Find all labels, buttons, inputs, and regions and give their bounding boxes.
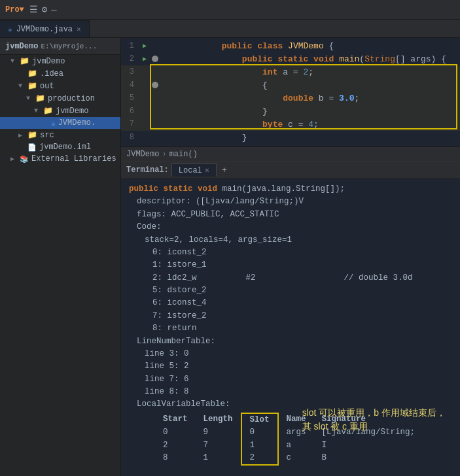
breadcrumb-part-1: JVMDemo [126, 150, 159, 159]
cell-length: 7 [196, 439, 241, 452]
tab-jvmdemo[interactable]: ☕ JVMDemo.java ✕ [0, 20, 90, 37]
terminal-line-5: stack=2, locals=4, args_size=1 [145, 234, 452, 246]
terminal-section: Terminal: Local ✕ + public static void m… [121, 161, 460, 476]
terminal-line-10: 6: iconst_4 [152, 297, 452, 309]
cell-name: a [278, 439, 314, 452]
terminal-line-16: line 7: 6 [145, 373, 452, 386]
slot-row-2: 8 1 2 c B [155, 452, 423, 465]
line-num-6: 6 [121, 107, 139, 116]
sidebar: jvmDemo E:\myProje... ▼ 📁 jvmDemo 📁 .ide… [0, 38, 121, 476]
col-slot: Slot [241, 413, 278, 426]
terminal-line-15: line 5: 2 [145, 360, 452, 373]
lib-icon: 📚 [20, 155, 29, 163]
line-content-8: } [160, 123, 460, 147]
cell-slot: 1 [241, 439, 278, 452]
code-editor[interactable]: 1 ▶ public class JVMDemo { 2 ▶ publ [121, 38, 460, 146]
tree-item-out[interactable]: ▼ 📁 out [0, 80, 120, 92]
cell-name: c [278, 452, 314, 465]
terminal-tab-bar: Terminal: Local ✕ + [121, 161, 460, 179]
iml-icon: 📄 [27, 143, 37, 152]
breakpoint-4 [150, 82, 160, 88]
code-lines: 1 ▶ public class JVMDemo { 2 ▶ publ [121, 38, 460, 145]
terminal-line-1: public static void main(java.lang.String… [129, 183, 452, 196]
cell-slot: 0 [241, 426, 278, 439]
tab-close-button[interactable]: ✕ [77, 25, 81, 33]
terminal-line-7: 1: istore_1 [152, 259, 452, 271]
cell-length: 1 [196, 452, 241, 465]
tree-label: jvmDemo [32, 57, 65, 66]
terminal-line-3: flags: ACC_PUBLIC, ACC_STATIC [137, 209, 452, 221]
tree-label: jvmDemo.iml [39, 143, 91, 152]
cell-start: 8 [155, 452, 196, 465]
tree-item-idea[interactable]: 📁 .idea [0, 67, 120, 80]
terminal-add-button[interactable]: + [219, 165, 230, 175]
terminal-tab-close[interactable]: ✕ [205, 165, 209, 175]
terminal-content[interactable]: public static void main(java.lang.String… [121, 179, 460, 476]
terminal-wrapper: public static void main(java.lang.String… [121, 179, 460, 476]
app-logo: Pro▼ [5, 5, 24, 14]
terminal-line-11: 7: istore_2 [152, 310, 452, 322]
col-signature: Signature [314, 413, 423, 426]
slot-row-1: 2 7 1 a I [155, 439, 423, 452]
menu-icon[interactable]: ☰ [29, 4, 38, 15]
minimize-icon[interactable]: — [51, 5, 56, 15]
breadcrumb: JVMDemo › main() [121, 146, 460, 161]
tree-item-jvmdemo-folder[interactable]: ▼ 📁 jvmDemo [0, 105, 120, 117]
slot-row-0: 0 9 0 args [Ljava/lang/String; [155, 426, 423, 439]
run-arrow-icon: ▶ [143, 55, 147, 63]
sidebar-header: jvmDemo E:\myProje... [0, 38, 120, 55]
arrow-icon: ▼ [10, 58, 17, 65]
project-label: jvmDemo [5, 42, 38, 51]
terminal-line-12: 8: return [152, 322, 452, 335]
terminal-line-14: line 3: 0 [145, 348, 452, 360]
line-arrow-2: ▶ [139, 55, 150, 63]
tree-item-jvmdemo-class[interactable]: ☕ JVMDemo. [0, 117, 120, 129]
tree-item-external-libs[interactable]: ▶ 📚 External Libraries [0, 153, 120, 165]
col-start: Start [155, 413, 196, 426]
settings-icon[interactable]: ⚙ [42, 4, 47, 15]
col-name: Name [278, 413, 314, 426]
tree-item-production[interactable]: ▼ 📁 production [0, 92, 120, 105]
arrow-icon: ▼ [18, 82, 25, 90]
breakpoint-2 [150, 56, 160, 62]
logo-text: Pro▼ [5, 5, 24, 14]
terminal-line-13: LineNumberTable: [137, 335, 452, 348]
arrow-icon: ▶ [10, 155, 17, 163]
line-num-5: 5 [121, 94, 139, 103]
java-icon: ☕ [51, 119, 56, 128]
terminal-line-4: Code: [137, 221, 452, 233]
tree-label: out [40, 82, 54, 91]
tab-bar: ☕ JVMDemo.java ✕ [0, 20, 460, 38]
line-num-3: 3 [121, 67, 139, 76]
line-num-8: 8 [121, 133, 139, 142]
toolbar-icons: ☰ ⚙ — [29, 4, 57, 15]
terminal-tab-local[interactable]: Local ✕ [171, 163, 217, 177]
tree-item-src[interactable]: ▶ 📁 src [0, 129, 120, 141]
breadcrumb-part-2: main() [169, 150, 198, 159]
tab-label: JVMDemo.java [16, 25, 73, 34]
slot-table: Start Length Slot Name Signature 0 [155, 413, 423, 466]
java-file-icon: ☕ [8, 25, 12, 33]
line-arrow-1: ▶ [139, 42, 150, 50]
run-arrow-icon: ▶ [143, 42, 147, 50]
cell-name: args [278, 426, 314, 439]
cell-length: 9 [196, 426, 241, 439]
cell-start: 0 [155, 426, 196, 439]
folder-icon: 📁 [27, 69, 37, 78]
tree-item-iml[interactable]: 📄 jvmDemo.iml [0, 141, 120, 153]
line-num-2: 2 [121, 54, 139, 63]
terminal-tab-label: Local [179, 166, 202, 175]
folder-icon: 📁 [27, 130, 37, 140]
tree-label: jvmDemo [56, 107, 88, 116]
main-split: jvmDemo E:\myProje... ▼ 📁 jvmDemo 📁 .ide… [0, 38, 460, 476]
terminal-line-6: 0: iconst_2 [152, 246, 452, 259]
tree-item-jvmdemo-root[interactable]: ▼ 📁 jvmDemo [0, 55, 120, 67]
terminal-line-9: 5: dstore_2 [152, 284, 452, 297]
terminal-line-18: LocalVariableTable: [137, 398, 452, 411]
line-num-7: 7 [121, 120, 139, 129]
tree-label: External Libraries [31, 154, 116, 163]
arrow-icon: ▼ [34, 107, 41, 114]
terminal-line-8: 2: ldc2_w #2 // double 3.0d [152, 272, 452, 284]
line-num-4: 4 [121, 80, 139, 90]
cell-sig: B [314, 452, 423, 465]
